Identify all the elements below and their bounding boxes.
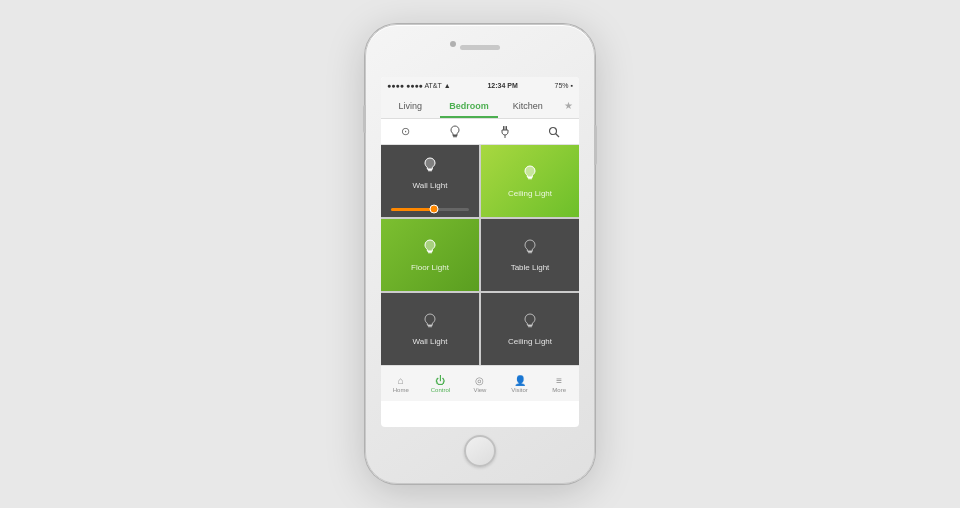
table-light-label: Table Light: [511, 263, 550, 272]
settings-icon-btn[interactable]: ⊙: [394, 120, 418, 144]
wifi-icon: ▲: [444, 82, 451, 89]
wall-light-1-cell[interactable]: Wall Light: [381, 145, 479, 201]
nav-visitor-label: Visitor: [511, 387, 528, 393]
battery-icon: ▪: [571, 82, 573, 89]
search-icon-btn[interactable]: [542, 120, 566, 144]
nav-control[interactable]: ⏻ Control: [421, 366, 461, 401]
status-carrier: ●●●● ●●●● AT&T ▲: [387, 82, 451, 89]
star-icon: ★: [564, 100, 573, 111]
view-icon: ◎: [475, 375, 484, 386]
light-row-2: Floor Light Table Light: [381, 219, 579, 291]
nav-visitor[interactable]: 👤 Visitor: [500, 366, 540, 401]
nav-more[interactable]: ≡ More: [539, 366, 579, 401]
svg-rect-13: [528, 251, 533, 252]
svg-rect-7: [428, 169, 433, 170]
tab-favorites[interactable]: ★: [557, 93, 579, 118]
light-row-1: Wall Light: [381, 145, 579, 217]
battery-percent: 75%: [555, 82, 569, 89]
wall-light-1-slider-row: [381, 201, 479, 217]
svg-rect-14: [528, 252, 532, 253]
svg-rect-12: [428, 252, 432, 253]
bulb-icon-table: [523, 239, 537, 259]
bulb-icon-ceiling-1: [523, 165, 537, 185]
bulb-icon-wall-1: [423, 157, 437, 177]
tab-living[interactable]: Living: [381, 93, 440, 118]
svg-rect-11: [428, 251, 433, 252]
wall-light-2-cell[interactable]: Wall Light: [381, 293, 479, 365]
tab-kitchen[interactable]: Kitchen: [498, 93, 557, 118]
filter-icon-bar: ⊙: [381, 119, 579, 145]
more-icon: ≡: [556, 375, 562, 386]
svg-rect-3: [505, 126, 507, 130]
signal-dots: ●●●●: [387, 82, 404, 89]
ceiling-light-2-cell[interactable]: Ceiling Light: [481, 293, 579, 365]
bulb-icon-wall-2: [423, 313, 437, 333]
bulb-icon-btn[interactable]: [443, 120, 467, 144]
ceiling-light-1-label: Ceiling Light: [508, 189, 552, 198]
nav-home-label: Home: [393, 387, 409, 393]
floor-light-label: Floor Light: [411, 263, 449, 272]
tab-bedroom[interactable]: Bedroom: [440, 93, 499, 118]
room-tabs: Living Bedroom Kitchen ★: [381, 93, 579, 119]
carrier-label: ●●●● AT&T: [406, 82, 442, 89]
nav-view-label: View: [474, 387, 487, 393]
light-row-3: Wall Light Ceiling Light: [381, 293, 579, 365]
svg-rect-16: [428, 326, 432, 327]
svg-rect-1: [453, 136, 457, 137]
status-time: 12:34 PM: [487, 82, 517, 89]
wall-light-1-label: Wall Light: [413, 181, 448, 190]
camera: [450, 41, 456, 47]
ceiling-light-1-cell[interactable]: Ceiling Light: [481, 145, 579, 217]
svg-line-6: [556, 133, 560, 137]
plug-icon-btn[interactable]: [493, 120, 517, 144]
visitor-icon: 👤: [514, 375, 526, 386]
nav-home[interactable]: ⌂ Home: [381, 366, 421, 401]
slider-thumb[interactable]: [429, 205, 438, 214]
status-bar: ●●●● ●●●● AT&T ▲ 12:34 PM 75% ▪: [381, 77, 579, 93]
table-light-cell[interactable]: Table Light: [481, 219, 579, 291]
bulb-icon-floor: [423, 239, 437, 259]
bulb-icon-ceiling-2: [523, 313, 537, 333]
wall-light-2-label: Wall Light: [413, 337, 448, 346]
phone-screen: ●●●● ●●●● AT&T ▲ 12:34 PM 75% ▪ Living B…: [381, 77, 579, 427]
ceiling-light-2-label: Ceiling Light: [508, 337, 552, 346]
status-battery: 75% ▪: [555, 82, 574, 89]
nav-control-label: Control: [431, 387, 450, 393]
svg-point-5: [550, 127, 557, 134]
home-button[interactable]: [464, 435, 496, 467]
slider-fill: [391, 208, 434, 211]
svg-rect-2: [503, 126, 505, 130]
svg-rect-10: [528, 178, 532, 179]
light-controls-area: Wall Light: [381, 145, 579, 365]
svg-rect-9: [528, 177, 533, 178]
nav-more-label: More: [552, 387, 566, 393]
svg-rect-17: [528, 325, 533, 326]
speaker: [460, 45, 500, 50]
svg-rect-15: [428, 325, 433, 326]
svg-rect-18: [528, 326, 532, 327]
svg-rect-0: [453, 135, 458, 136]
floor-light-cell[interactable]: Floor Light: [381, 219, 479, 291]
bottom-navigation: ⌂ Home ⏻ Control ◎ View 👤 Visitor ≡ More: [381, 365, 579, 401]
home-icon: ⌂: [398, 375, 404, 386]
svg-rect-8: [428, 170, 432, 171]
phone-frame: ●●●● ●●●● AT&T ▲ 12:34 PM 75% ▪ Living B…: [365, 24, 595, 484]
slider-track: [391, 208, 469, 211]
control-icon: ⏻: [435, 375, 445, 386]
nav-view[interactable]: ◎ View: [460, 366, 500, 401]
